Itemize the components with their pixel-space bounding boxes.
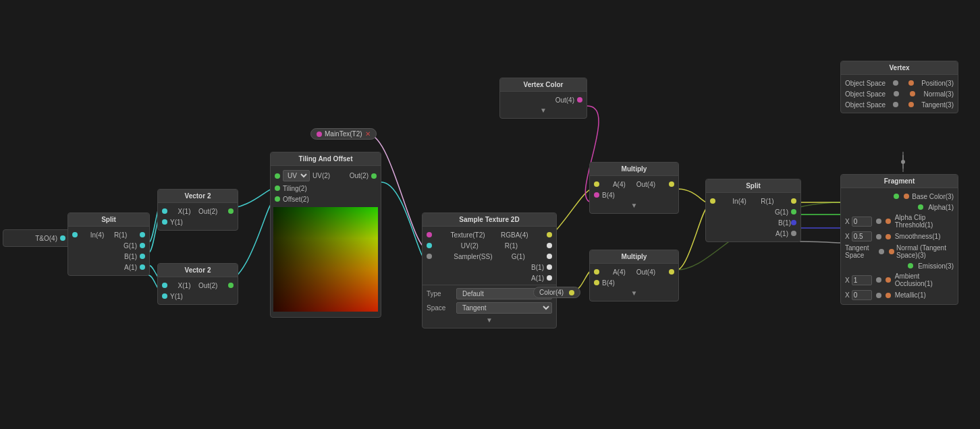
frag-normal-port[interactable]	[889, 249, 894, 254]
vec2bot-out-port[interactable]	[228, 283, 234, 288]
frag-metallic-port[interactable]	[886, 293, 891, 298]
split-b-port[interactable]	[140, 254, 145, 259]
sr-in-port[interactable]	[710, 198, 715, 204]
vertex-color-node: Vertex Color Out(4) ▼	[499, 78, 587, 119]
st-a-label: A(1)	[531, 275, 544, 282]
vec2top-out-port[interactable]	[228, 208, 234, 214]
frag-smoothness-input[interactable]	[852, 231, 872, 241]
vertex-pos-label: Position(3)	[921, 80, 954, 87]
vertex-normal-dot	[894, 91, 899, 96]
vertex-tangent-label: Tangent(3)	[921, 101, 954, 109]
t-ao-port[interactable]	[60, 235, 65, 241]
space-dropdown[interactable]: Tangent	[456, 302, 552, 314]
mult-top-b-port[interactable]	[594, 192, 599, 198]
vertex-tangent-dot	[893, 102, 898, 107]
frag-basecolor-in[interactable]	[894, 194, 899, 199]
vc-out-port[interactable]	[577, 97, 582, 103]
frag-ao-port[interactable]	[886, 277, 891, 283]
st-a-port[interactable]	[547, 275, 552, 281]
split-in-port[interactable]	[72, 232, 78, 237]
vertex-node: Vertex Object Space Position(3) Object S…	[840, 61, 958, 113]
gradient-preview	[273, 207, 378, 312]
frag-normal-dot	[879, 249, 884, 254]
frag-alpha-clip-input[interactable]	[852, 217, 872, 227]
sr-b-label: B(1)	[778, 219, 791, 227]
sample-texture-node: Sample Texture 2D Texture(T2) RGBA(4) UV…	[422, 212, 557, 328]
vertex-normal-space: Object Space	[845, 90, 886, 98]
expand-arrow[interactable]: ▼	[423, 315, 556, 325]
frag-x-label2: X	[845, 233, 850, 240]
tiling-out-port[interactable]	[371, 173, 377, 179]
frag-alpha-in[interactable]	[918, 204, 923, 210]
st-b-label: B(1)	[531, 264, 544, 271]
mult-bot-a-port[interactable]	[594, 269, 599, 275]
frag-alpha-clip-port[interactable]	[886, 219, 891, 224]
tiling-tiling-label: Tiling(2)	[283, 185, 307, 192]
tiling-out-label: Out(2)	[350, 172, 369, 179]
mult-top-expand[interactable]: ▼	[590, 200, 678, 210]
vc-expand[interactable]: ▼	[500, 105, 587, 115]
frag-x-label1: X	[845, 218, 850, 225]
split-r-port[interactable]	[140, 232, 145, 237]
frag-normal-label: Normal (Tangent Space)(3)	[896, 244, 954, 259]
mult-top-out-label: Out(4)	[636, 181, 655, 188]
sr-r-port[interactable]	[791, 198, 796, 204]
split-right-title: Split	[706, 179, 800, 193]
frag-basecolor-label: Base Color(3)	[912, 193, 954, 200]
vector2-top-title: Vector 2	[158, 190, 238, 203]
mult-bot-expand[interactable]: ▼	[590, 288, 678, 298]
sr-g-port[interactable]	[791, 209, 796, 214]
vec2bot-y-port[interactable]	[162, 293, 167, 299]
maintex-close[interactable]: ✕	[365, 130, 371, 138]
vertex-normal-port[interactable]	[910, 91, 915, 96]
st-g-port[interactable]	[547, 254, 552, 259]
st-uv-port[interactable]	[427, 243, 432, 248]
mult-top-out-port[interactable]	[669, 181, 674, 187]
vc-out-label: Out(4)	[555, 96, 574, 104]
split-g-port[interactable]	[140, 243, 145, 248]
vertex-pos-dot	[893, 80, 898, 86]
st-sampler-port[interactable]	[427, 254, 432, 259]
vec2bot-y-label: Y(1)	[170, 293, 183, 300]
frag-emission-label: Emission(3)	[918, 262, 954, 270]
frag-metallic-input[interactable]	[852, 290, 872, 300]
vertex-tangent-port[interactable]	[908, 102, 914, 107]
split-a-port[interactable]	[140, 264, 145, 270]
vec2top-x-port[interactable]	[162, 208, 167, 214]
frag-basecolor-port[interactable]	[904, 194, 909, 199]
mult-top-a-port[interactable]	[594, 181, 599, 187]
mult-bot-out-port[interactable]	[669, 269, 674, 275]
vec2top-y-port[interactable]	[162, 219, 167, 225]
frag-alpha-clip-dot	[876, 219, 881, 224]
frag-metallic-dot	[876, 293, 881, 298]
tiling-uv-port[interactable]	[275, 173, 280, 179]
tiling-tiling-port[interactable]	[275, 185, 280, 191]
sr-b-port[interactable]	[791, 220, 796, 225]
vector2-top-node: Vector 2 X(1) Out(2) Y(1)	[157, 189, 238, 231]
st-rgba-port[interactable]	[547, 232, 552, 237]
vec2bot-x-port[interactable]	[162, 283, 167, 288]
split-main-title: Split	[68, 213, 149, 227]
vertex-pos-port[interactable]	[908, 80, 914, 86]
sr-a-port[interactable]	[791, 231, 796, 236]
st-r-port[interactable]	[547, 243, 552, 248]
mult-bot-a-label: A(4)	[613, 268, 626, 276]
frag-x-label4: X	[845, 291, 850, 299]
mult-bot-b-port[interactable]	[594, 280, 599, 285]
frag-ao-input[interactable]	[852, 275, 872, 285]
st-g-label: G(1)	[512, 253, 525, 260]
frag-alpha-label: Alpha(1)	[928, 204, 954, 211]
vertex-title: Vertex	[841, 61, 958, 75]
maintex-chip[interactable]: MainTex(T2) ✕	[310, 128, 377, 140]
st-sampler-label: Sampler(SS)	[454, 253, 492, 260]
color4-label: Color(4)	[539, 289, 564, 296]
mult-bot-b-label: B(4)	[602, 279, 615, 287]
frag-emission-in[interactable]	[908, 263, 913, 268]
uv-dropdown[interactable]: UV0	[283, 170, 310, 181]
color4-port[interactable]	[569, 290, 574, 295]
color4-chip[interactable]: Color(4)	[533, 287, 580, 298]
frag-smoothness-port[interactable]	[886, 234, 891, 239]
tiling-offset-port[interactable]	[275, 196, 280, 202]
st-texture-port[interactable]	[427, 232, 432, 237]
st-b-port[interactable]	[547, 264, 552, 270]
